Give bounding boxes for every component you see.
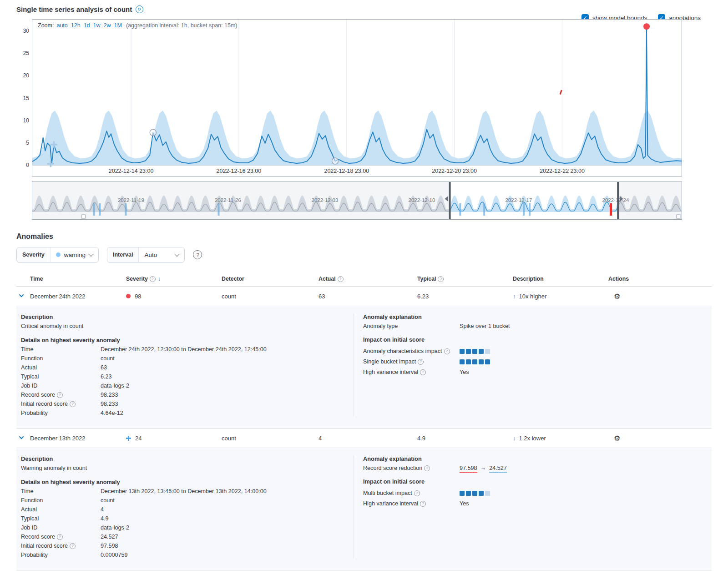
context-critical-tick: [610, 203, 612, 216]
annotation-circle-marker[interactable]: [150, 129, 156, 136]
help-icon[interactable]: ?: [418, 359, 424, 365]
interval-help-icon[interactable]: ?: [193, 250, 202, 259]
page-title: Single time series analysis of count: [16, 5, 132, 13]
panel-details-title: Details on highest severity anomaly: [21, 479, 354, 485]
zoom-2w-link[interactable]: 2w: [104, 22, 111, 29]
ml-info-icon[interactable]: [136, 5, 143, 13]
zoom-1w-link[interactable]: 1w: [93, 22, 101, 29]
detail-value: December 13th 2022, 13:45:00 to December…: [101, 488, 354, 494]
brush-handle-right[interactable]: [617, 182, 619, 219]
help-icon[interactable]: ?: [424, 465, 430, 471]
y-axis-tick-label: 5: [16, 140, 29, 146]
impact-squares: [460, 348, 712, 354]
severity-cell: 98: [126, 293, 222, 300]
main-chart-svg[interactable]: 2022-12-14 23:002022-12-16 23:002022-12-…: [32, 20, 682, 176]
help-icon[interactable]: ?: [70, 401, 76, 407]
panel-details-title: Details on highest severity anomaly: [21, 337, 354, 343]
impact-square: [479, 359, 484, 364]
help-icon[interactable]: ?: [420, 369, 426, 375]
brush-handle-left[interactable]: [449, 182, 451, 219]
nav-resize-handle[interactable]: [82, 215, 86, 218]
detail-value: data-logs-2: [101, 383, 354, 389]
typical-cell: 6.23: [417, 293, 513, 300]
explanation-row: Anomaly characteristics impact?: [363, 348, 712, 354]
collapse-row-button[interactable]: [16, 433, 26, 443]
zoom-12h-link[interactable]: 12h: [71, 22, 81, 29]
zoom-1M-link[interactable]: 1M: [114, 22, 122, 29]
typical-cell: 4.9: [417, 435, 513, 442]
main-chart[interactable]: Zoom: auto12h1d1w2w1M (aggregation inter…: [32, 19, 682, 177]
warning-plus-icon: [126, 436, 131, 441]
context-warning-tick: [529, 203, 531, 216]
impact-square: [472, 349, 477, 354]
panel-description-text: Warning anomaly in count: [21, 465, 354, 471]
row-actions-gear-button[interactable]: ⚙: [614, 292, 620, 301]
col-typical: Typical?: [417, 276, 513, 282]
row-actions-gear-button[interactable]: ⚙: [614, 434, 620, 443]
context-navigator[interactable]: 2022-11-192022-11-262022-12-032022-12-10…: [32, 182, 682, 220]
explanation-value: Spike over 1 bucket: [460, 323, 712, 329]
anomalies-heading: Anomalies: [16, 232, 712, 241]
context-warning-tick: [459, 203, 461, 216]
context-navigator-svg[interactable]: 2022-11-192022-11-262022-12-032022-12-10…: [32, 182, 682, 219]
help-icon[interactable]: ?: [444, 348, 450, 354]
impact-on-initial-score-heading: Impact on initial score: [363, 478, 712, 485]
detail-label: Initial record score?: [21, 543, 101, 549]
y-axis-tick-label: 10: [16, 117, 29, 124]
y-axis-tick-label: 20: [16, 72, 29, 79]
severity-cell: 24: [126, 435, 222, 442]
page-header: Single time series analysis of count: [0, 0, 728, 13]
help-icon[interactable]: ?: [57, 392, 63, 398]
detail-label: Job ID: [21, 525, 101, 531]
actions-cell: ⚙: [608, 434, 712, 443]
severity-filter-label: Severity: [17, 247, 51, 262]
detail-value: 97.598: [101, 543, 354, 549]
zoom-links: auto12h1d1w2w1M: [56, 22, 121, 29]
detector-cell: count: [222, 293, 318, 300]
detail-label: Record score?: [21, 534, 101, 540]
help-icon[interactable]: ?: [70, 543, 76, 549]
col-time: Time: [30, 276, 126, 282]
zoom-auto-link[interactable]: auto: [56, 22, 67, 29]
collapse-row-button[interactable]: [16, 291, 26, 301]
critical-anomaly-dot[interactable]: [643, 23, 650, 30]
nav-resize-handle[interactable]: [677, 215, 680, 218]
y-axis-tick-label: 15: [16, 95, 29, 101]
x-axis-tick-label: 2022-12-18 23:00: [324, 168, 369, 174]
annotation-circle-marker[interactable]: [332, 158, 339, 164]
detail-label: Typical: [21, 373, 101, 380]
x-axis-tick-label: 2022-12-22 23:00: [540, 168, 585, 174]
context-date-label: 2022-11-26: [215, 197, 241, 203]
detail-value: 98.233: [101, 401, 354, 407]
help-icon[interactable]: ?: [150, 276, 156, 282]
impact-square: [466, 491, 471, 496]
detail-label: Job ID: [21, 383, 101, 389]
anomaly-time: December 24th 2022: [30, 293, 126, 300]
zoom-1d-link[interactable]: 1d: [84, 22, 90, 29]
severity-select[interactable]: warning: [51, 247, 98, 262]
help-icon[interactable]: ?: [57, 534, 63, 540]
detail-label: Initial record score?: [21, 401, 101, 407]
anomaly-time: December 13th 2022: [30, 435, 126, 442]
severity-selected-value: warning: [64, 252, 86, 258]
description-cell: ↓1.2x lower: [513, 435, 608, 442]
multi-bucket-anomaly-marker[interactable]: [560, 90, 562, 94]
detail-value: data-logs-2: [101, 525, 354, 531]
value-line: [32, 26, 682, 164]
help-icon[interactable]: ?: [414, 490, 420, 496]
anomalies-table: TimeSeverity?↓DetectorActual?Typical?Des…: [16, 272, 712, 570]
context-warning-tick: [125, 203, 127, 216]
sort-desc-icon[interactable]: ↓: [158, 276, 161, 282]
help-icon[interactable]: ?: [338, 276, 344, 282]
impact-square: [485, 349, 490, 354]
explanation-row: High variance interval?Yes: [363, 369, 712, 375]
zoom-controls: Zoom: auto12h1d1w2w1M (aggregation inter…: [38, 22, 237, 29]
context-warning-tick: [99, 203, 101, 216]
interval-select[interactable]: Auto: [139, 247, 184, 262]
help-icon[interactable]: ?: [420, 501, 426, 507]
col-actual: Actual?: [318, 276, 417, 282]
panel-description-title: Description: [21, 455, 354, 462]
context-date-label: 2022-12-24: [602, 197, 629, 203]
context-date-label: 2022-12-17: [505, 197, 532, 203]
help-icon[interactable]: ?: [438, 276, 444, 282]
